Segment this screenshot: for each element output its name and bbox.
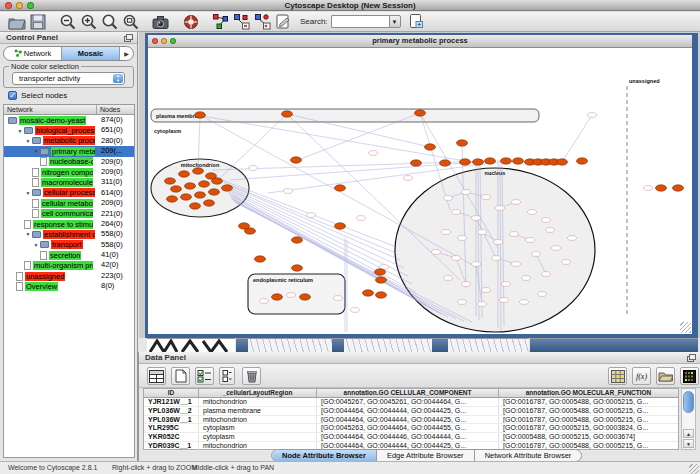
network-node-selected[interactable] xyxy=(557,159,568,165)
network-node[interactable] xyxy=(492,256,501,261)
network-node-selected[interactable] xyxy=(239,223,250,229)
network-node-selected[interactable] xyxy=(440,160,451,166)
import-attributes-folder-icon[interactable] xyxy=(656,367,675,385)
table-row[interactable]: YPL036W__1mitochondrion[GO:0044464, GO:0… xyxy=(144,416,678,425)
table-cell[interactable]: plasma membrane xyxy=(199,407,317,415)
table-row[interactable]: YPL036W__2plasma membrane[GO:0044464, GO… xyxy=(144,407,678,416)
frame-resize-grip[interactable] xyxy=(680,322,691,333)
disclosure-triangle-icon[interactable]: ▼ xyxy=(32,148,40,154)
snapshot-camera-icon[interactable] xyxy=(150,13,171,31)
table-cell[interactable]: [GO:0005488, GO:0005215, GO:0003674] xyxy=(499,433,678,441)
network-node[interactable] xyxy=(404,176,413,181)
scrollbar-thumb[interactable] xyxy=(683,391,694,413)
tree-row[interactable]: response to stimulus264(0) xyxy=(4,219,134,229)
tab-network[interactable]: Network xyxy=(4,47,62,60)
network-node[interactable] xyxy=(442,230,451,235)
search-options-icon[interactable] xyxy=(406,13,427,31)
network-node[interactable] xyxy=(452,256,461,261)
network-node[interactable] xyxy=(357,216,366,221)
network-node[interactable] xyxy=(528,210,537,215)
network-node[interactable] xyxy=(500,298,509,303)
network-node[interactable] xyxy=(502,282,511,287)
network-node[interactable] xyxy=(462,282,471,287)
network-node-selected[interactable] xyxy=(181,194,192,200)
network-node-selected[interactable] xyxy=(335,223,346,229)
heatmap-icon[interactable] xyxy=(680,367,699,385)
scroll-down-button[interactable]: ▼ xyxy=(683,439,694,448)
table-cell[interactable]: [GO:0045267, GO:0045261, GO:0044464, G..… xyxy=(317,398,499,406)
zoom-selected-icon[interactable] xyxy=(120,13,141,31)
tree-row[interactable]: Overview8(0) xyxy=(4,281,134,291)
node-color-attribute-select[interactable]: transporter activity ▲▼ xyxy=(12,72,125,85)
help-lifering-icon[interactable] xyxy=(180,13,201,31)
network-node[interactable] xyxy=(287,293,296,298)
annotation-edit-icon[interactable] xyxy=(273,13,294,31)
network-node[interactable] xyxy=(284,189,293,194)
tree-row[interactable]: cellular metabolic process209(0) xyxy=(4,198,134,208)
tree-row[interactable]: secretion41(0) xyxy=(4,250,134,260)
table-cell[interactable]: [GO:0016787, GO:0005488, GO:0005215, G..… xyxy=(499,407,678,415)
network-node-selected[interactable] xyxy=(415,110,426,116)
table-cell[interactable]: mitochondrion xyxy=(199,398,317,406)
table-cell[interactable]: YPL036W__2 xyxy=(144,407,199,415)
network-node-selected[interactable] xyxy=(460,159,471,165)
network-node[interactable] xyxy=(526,238,535,243)
table-cell[interactable]: YJR121W__1 xyxy=(144,398,199,406)
network-node-selected[interactable] xyxy=(673,185,684,191)
network-node-selected[interactable] xyxy=(513,158,524,164)
network-node[interactable] xyxy=(478,302,487,307)
tree-row[interactable]: nitrogen compound metabolic209(0) xyxy=(4,167,134,177)
table-cell[interactable]: [GO:0016787, GO:0005488, GO:0005215, G..… xyxy=(499,398,678,406)
zoom-out-icon[interactable] xyxy=(57,13,78,31)
table-cell[interactable]: cytoplasm xyxy=(199,433,317,441)
background-frame-titlebar[interactable] xyxy=(530,338,698,352)
table-cell[interactable]: cytoplasm xyxy=(199,424,317,432)
search-input[interactable] xyxy=(331,15,389,28)
attribute-checklist-icon[interactable] xyxy=(195,367,214,385)
import-network-icon[interactable] xyxy=(210,13,231,31)
network-node[interactable] xyxy=(496,206,505,211)
tree-row[interactable]: ▼biological_process651(0) xyxy=(4,125,134,135)
network-node-selected[interactable] xyxy=(363,290,374,296)
network-node-selected[interactable] xyxy=(485,158,496,164)
network-node-selected[interactable] xyxy=(179,171,190,177)
network-node-selected[interactable] xyxy=(577,158,588,164)
network-node[interactable] xyxy=(512,200,521,205)
background-frame-content[interactable] xyxy=(147,338,235,352)
network-view-frame[interactable]: primary metabolic process plasma membran… xyxy=(145,33,698,338)
network-node[interactable] xyxy=(532,252,541,257)
network-node[interactable] xyxy=(482,288,491,293)
network-node-selected[interactable] xyxy=(190,203,201,209)
table-row[interactable]: YLR295Ccytoplasm[GO:0045263, GO:0044464,… xyxy=(144,424,678,433)
tree-row[interactable]: ▼cellular process614(0) xyxy=(4,188,134,198)
network-node[interactable] xyxy=(588,113,597,118)
float-panel-icon[interactable] xyxy=(124,34,133,42)
attribute-browser-tab[interactable]: Node Attribute Browser xyxy=(272,450,377,461)
network-node[interactable] xyxy=(351,308,360,313)
network-node[interactable] xyxy=(482,195,491,200)
select-nodes-checkbox[interactable]: ✓ xyxy=(8,91,17,100)
network-node-selected[interactable] xyxy=(292,237,303,243)
network-node-selected[interactable] xyxy=(473,159,484,165)
network-node-selected[interactable] xyxy=(376,277,387,283)
attribute-matrix-icon[interactable] xyxy=(608,367,627,385)
background-frame-content[interactable] xyxy=(448,338,529,352)
network-node[interactable] xyxy=(542,272,551,277)
tree-row[interactable]: cell communication221(0) xyxy=(4,209,134,219)
network-canvas[interactable]: plasma membrane cytoplasm mitochondrion … xyxy=(148,48,692,334)
network-node-selected[interactable] xyxy=(185,183,196,189)
network-node[interactable] xyxy=(444,196,453,201)
attribute-browser-tab[interactable]: Network Attribute Browser xyxy=(475,450,582,461)
network-node-selected[interactable] xyxy=(375,269,386,275)
network-node-selected[interactable] xyxy=(457,140,468,146)
disclosure-triangle-icon[interactable]: ▼ xyxy=(32,242,40,248)
background-frame-content[interactable] xyxy=(248,338,332,352)
tree-row[interactable]: ▼transport558(0) xyxy=(4,240,134,250)
network-node-selected[interactable] xyxy=(171,186,182,192)
attribute-browser-tab[interactable]: Edge Attribute Browser xyxy=(377,450,475,461)
column-header[interactable]: ID xyxy=(144,389,199,397)
table-cell[interactable]: [GO:0044464, GO:0044444, GO:0044425, G..… xyxy=(317,407,499,415)
tree-header-network[interactable]: Network xyxy=(4,105,97,114)
vizmapper-icon-1[interactable] xyxy=(231,13,252,31)
table-row[interactable]: YKR052Ccytoplasm[GO:0044464, GO:0044446,… xyxy=(144,433,678,442)
